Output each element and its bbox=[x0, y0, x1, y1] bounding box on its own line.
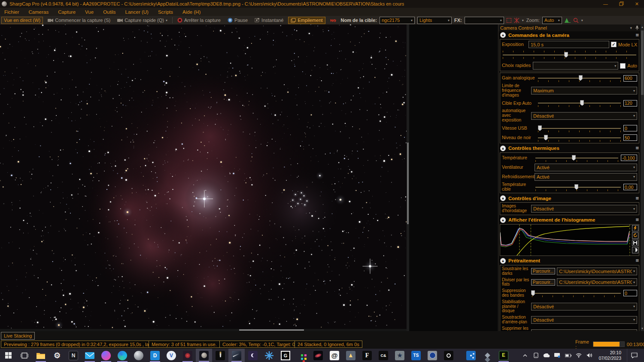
google-earth-button[interactable] bbox=[131, 349, 147, 362]
save-stretch-button[interactable] bbox=[632, 240, 638, 246]
frame-type-select[interactable]: Lights▾ bbox=[417, 17, 452, 24]
temperature-slider[interactable] bbox=[535, 154, 619, 162]
gain-slider[interactable] bbox=[537, 74, 622, 82]
section-menu-icon[interactable]: ≡ bbox=[635, 218, 639, 222]
auto-stretch-button[interactable] bbox=[632, 225, 638, 231]
tray-expand-icon[interactable] bbox=[522, 354, 529, 357]
reset-stretch-button[interactable] bbox=[632, 232, 638, 239]
section-menu-icon[interactable]: ≡ bbox=[635, 33, 639, 37]
fps-limit-select[interactable]: Maximum▾ bbox=[531, 87, 637, 94]
collapse-icon[interactable]: ▲ bbox=[500, 217, 506, 223]
start-button[interactable] bbox=[0, 349, 16, 362]
collapse-icon[interactable]: ▲ bbox=[500, 146, 506, 151]
ascom-button[interactable] bbox=[463, 349, 479, 362]
spiral-app-button[interactable]: @ bbox=[326, 349, 343, 362]
onedrive-icon[interactable] bbox=[543, 353, 550, 358]
zoom-select[interactable]: Auto▾ bbox=[542, 17, 562, 24]
live-view-button[interactable]: Vue en direct (W) bbox=[1, 17, 43, 24]
pause-button[interactable]: Pause bbox=[225, 17, 250, 24]
black-level-slider[interactable] bbox=[537, 134, 622, 142]
panel-scrollbar[interactable]: ▴ ▾ bbox=[641, 24, 644, 331]
start-capture-button[interactable]: Commencer la capture (S) bbox=[46, 17, 112, 24]
menu-outils[interactable]: Outils bbox=[103, 9, 115, 15]
menu-aide[interactable]: Aide (H) bbox=[182, 9, 200, 15]
blocks-app-button[interactable] bbox=[294, 349, 310, 362]
scroll-down-icon[interactable]: ▾ bbox=[641, 327, 644, 330]
satellite-select[interactable]: Désactivé▾ bbox=[531, 329, 637, 331]
menu-scripts[interactable]: Scripts bbox=[158, 9, 173, 15]
horizontal-scrollbar[interactable] bbox=[0, 329, 407, 331]
record-app-button[interactable] bbox=[440, 349, 457, 362]
eqmod-button[interactable]: E bbox=[495, 349, 512, 362]
chevron-down-icon[interactable]: ▾ bbox=[581, 18, 583, 22]
settings-button[interactable]: ⚙ bbox=[49, 349, 65, 362]
notepadpp-button[interactable]: N bbox=[65, 349, 82, 362]
messenger-button[interactable] bbox=[98, 349, 114, 362]
auto-checkbox[interactable] bbox=[620, 63, 626, 69]
mode-lx-checkbox[interactable]: ✓ bbox=[611, 42, 617, 47]
minimize-button[interactable]: — bbox=[603, 1, 608, 7]
stabilization-select[interactable]: Désactivé▾ bbox=[531, 303, 637, 310]
restore-button[interactable] bbox=[619, 1, 624, 7]
live-stacking-tab[interactable]: Live Stacking bbox=[1, 332, 35, 340]
collapse-icon[interactable]: ▲ bbox=[500, 258, 506, 264]
histogram-display[interactable] bbox=[500, 224, 639, 256]
wifi-icon[interactable] bbox=[575, 353, 582, 358]
task-view-button[interactable] bbox=[16, 349, 33, 362]
vertical-scrollbar[interactable] bbox=[407, 24, 409, 331]
stop-capture-button[interactable]: Arrêter la capture bbox=[175, 17, 223, 24]
gain-value[interactable]: 600 bbox=[623, 75, 637, 82]
selection-area-icon[interactable] bbox=[507, 18, 511, 23]
banding-slider[interactable] bbox=[531, 289, 622, 297]
pin-icon[interactable] bbox=[635, 26, 639, 30]
temperature-value[interactable]: -0,100 bbox=[621, 155, 637, 161]
histogram-icon[interactable] bbox=[565, 18, 571, 23]
rocket-app-button[interactable] bbox=[343, 349, 359, 362]
star-app-button[interactable]: ★ bbox=[392, 349, 408, 362]
file-explorer-button[interactable] bbox=[33, 349, 49, 362]
auto-exp-select[interactable]: Désactivé▾ bbox=[531, 112, 637, 120]
target-temp-slider[interactable] bbox=[535, 183, 622, 191]
dark-red-app-button[interactable] bbox=[179, 349, 196, 362]
section-menu-icon[interactable]: ≡ bbox=[635, 259, 639, 263]
cooling-select[interactable]: Activé▾ bbox=[535, 173, 637, 181]
scroll-up-icon[interactable]: ▴ bbox=[641, 25, 644, 29]
exposure-input[interactable]: 15,0 s bbox=[529, 41, 609, 48]
snapshot-button[interactable]: Instantané bbox=[252, 17, 286, 24]
target-name-select[interactable]: ngc2175▾ bbox=[380, 17, 415, 24]
quick-capture-button[interactable]: Capture rapide (Q) ▾ bbox=[115, 17, 170, 24]
candle-app-button[interactable] bbox=[212, 349, 228, 362]
darks-browse-button[interactable]: Parcourir... bbox=[531, 268, 555, 274]
night-sky-app-button[interactable] bbox=[245, 349, 261, 362]
sharpcap-taskbar-button[interactable] bbox=[196, 349, 212, 362]
collapse-icon[interactable]: ▲ bbox=[500, 32, 506, 38]
cc-app-button[interactable]: C& bbox=[375, 349, 392, 362]
flats-path-select[interactable]: C:\Users\micky\Documents\ASTRONOMIE...▾ bbox=[557, 278, 637, 286]
darks-path-select[interactable]: C:\Users\micky\Documents\ASTRONOMIE...▾ bbox=[557, 268, 637, 275]
timestamp-select[interactable]: Désactivé▾ bbox=[531, 205, 637, 213]
black-level-value[interactable]: 50 bbox=[623, 134, 637, 141]
target-exp-slider[interactable] bbox=[537, 99, 622, 107]
cubes-app-button[interactable] bbox=[479, 349, 495, 362]
usb-speed-slider[interactable] bbox=[537, 125, 622, 132]
chevron-down-icon[interactable]: ▾ bbox=[522, 18, 524, 22]
blue-d-app-button[interactable]: D bbox=[147, 349, 163, 362]
no-guide-icon[interactable]: NG bbox=[328, 17, 338, 24]
v-app-button[interactable]: V bbox=[163, 349, 179, 362]
edge-button[interactable] bbox=[114, 349, 131, 362]
stacking-button[interactable]: Empilement bbox=[288, 17, 325, 24]
menu-fichier[interactable]: Fichier bbox=[4, 9, 19, 15]
menu-capture[interactable]: Capture bbox=[58, 9, 76, 15]
section-menu-icon[interactable]: ≡ bbox=[635, 196, 639, 201]
nasa-app-button[interactable] bbox=[424, 349, 440, 362]
taskbar-clock[interactable]: 20:10 07/02/2023 bbox=[597, 350, 623, 361]
quick-picks-select[interactable]: ▾ bbox=[533, 62, 618, 70]
galaxy-app-button[interactable] bbox=[310, 349, 326, 362]
banding-value[interactable]: 0 bbox=[623, 290, 637, 296]
notification-center-button[interactable] bbox=[627, 349, 641, 362]
reticle-icon[interactable] bbox=[514, 18, 519, 23]
zoom-lens-icon[interactable] bbox=[573, 18, 579, 23]
fan-select[interactable]: Activé▾ bbox=[535, 164, 637, 171]
volume-icon[interactable] bbox=[586, 353, 593, 358]
menu-vue[interactable]: Vue bbox=[85, 9, 94, 15]
